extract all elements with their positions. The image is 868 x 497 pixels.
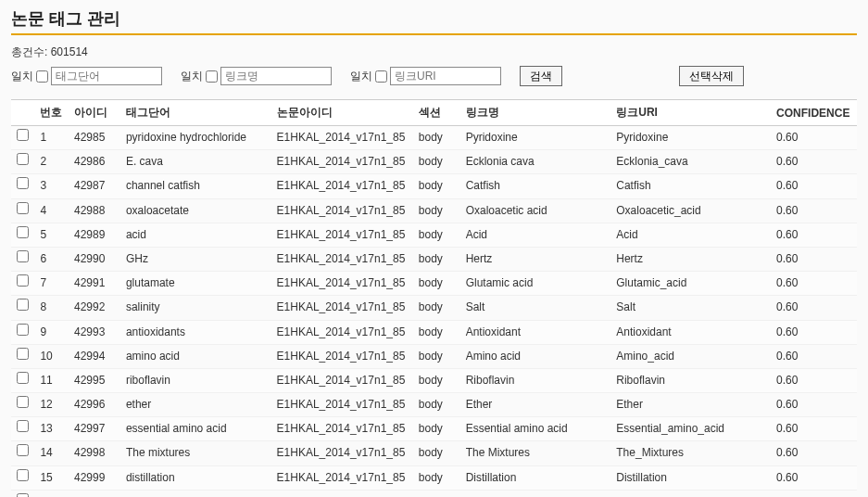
col-header-id: 아이디 [69, 100, 120, 126]
cell-num: 12 [34, 393, 69, 417]
cell-num: 3 [34, 174, 69, 198]
cell-id: 42988 [69, 198, 120, 223]
cell-id: 42993 [69, 320, 120, 344]
cell-paper: E1HKAL_2014_v17n1_85 [271, 247, 413, 271]
row-checkbox[interactable] [17, 129, 29, 141]
row-checkbox[interactable] [17, 153, 29, 165]
filter-link-checkbox[interactable] [206, 70, 218, 83]
cell-conf: 0.60 [771, 272, 857, 296]
cell-conf: 0.60 [771, 247, 857, 271]
cell-tag: channel catfish [120, 174, 271, 198]
cell-num: 1 [34, 126, 69, 150]
row-checkbox[interactable] [17, 493, 29, 497]
cell-num: 10 [34, 344, 69, 368]
cell-id: 42999 [69, 465, 120, 490]
cell-link: Catfish [460, 174, 611, 198]
cell-section: body [413, 272, 460, 296]
row-checkbox[interactable] [17, 299, 29, 311]
cell-section: body [413, 490, 460, 497]
row-checkbox[interactable] [17, 250, 29, 262]
cell-link: Acid [460, 223, 611, 247]
cell-section: body [413, 393, 460, 417]
row-checkbox[interactable] [17, 348, 29, 360]
table-row: 442988oxaloacetateE1HKAL_2014_v17n1_85bo… [11, 198, 857, 223]
cell-conf: 0.60 [771, 198, 857, 223]
cell-conf: 0.60 [771, 344, 857, 368]
row-checkbox[interactable] [17, 469, 29, 481]
cell-id: 42997 [69, 417, 120, 441]
filter-bar: 일치 일치 일치 검색 선택삭제 [11, 66, 857, 86]
cell-link: Salt [460, 296, 611, 320]
table-row: 542989acidE1HKAL_2014_v17n1_85bodyAcidAc… [11, 223, 857, 247]
filter-tag-group: 일치 [11, 67, 162, 85]
cell-conf: 0.60 [771, 368, 857, 392]
table-row: 1643000Protein efficiency ratioE1HKAL_20… [11, 490, 857, 497]
cell-paper: E1HKAL_2014_v17n1_85 [271, 368, 413, 392]
row-checkbox[interactable] [17, 420, 29, 432]
cell-link: Essential amino acid [460, 417, 611, 441]
table-row: 942993antioxidantsE1HKAL_2014_v17n1_85bo… [11, 320, 857, 344]
cell-conf: 0.60 [771, 174, 857, 198]
cell-uri: Distillation [610, 465, 771, 490]
cell-section: body [413, 320, 460, 344]
filter-tag-checkbox[interactable] [36, 70, 48, 83]
cell-id: 42990 [69, 247, 120, 271]
row-checkbox[interactable] [17, 177, 29, 189]
cell-conf: 0.60 [771, 150, 857, 174]
filter-uri-input[interactable] [390, 67, 501, 85]
cell-tag: salinity [120, 296, 271, 320]
col-header-conf: CONFIDENCE [771, 100, 857, 126]
cell-section: body [413, 247, 460, 271]
cell-tag: acid [120, 223, 271, 247]
cell-conf: 0.60 [771, 441, 857, 465]
cell-link: Distillation [460, 465, 611, 490]
filter-link-input[interactable] [220, 67, 332, 85]
cell-paper: E1HKAL_2014_v17n1_85 [271, 465, 413, 490]
cell-tag: pyridoxine hydrochloride [120, 126, 271, 150]
cell-section: body [413, 417, 460, 441]
filter-link-group: 일치 [181, 67, 332, 85]
col-header-tag: 태그단어 [120, 100, 271, 126]
filter-uri-checkbox[interactable] [375, 70, 387, 83]
cell-id: 42986 [69, 150, 120, 174]
cell-num: 13 [34, 417, 69, 441]
title-divider [11, 33, 857, 35]
cell-num: 2 [34, 150, 69, 174]
cell-uri: Essential_amino_acid [610, 417, 771, 441]
cell-link: Hertz [460, 247, 611, 271]
col-header-paper: 논문아이디 [271, 100, 413, 126]
cell-num: 6 [34, 247, 69, 271]
cell-uri: Catfish [610, 174, 771, 198]
row-checkbox[interactable] [17, 372, 29, 384]
filter-uri-group: 일치 [350, 67, 501, 85]
cell-tag: essential amino acid [120, 417, 271, 441]
row-checkbox[interactable] [17, 274, 29, 287]
cell-conf: 0.60 [771, 417, 857, 441]
filter-uri-label: 일치 [350, 69, 372, 84]
table-row: 1142995riboflavinE1HKAL_2014_v17n1_85bod… [11, 368, 857, 392]
cell-tag: glutamate [120, 272, 271, 296]
row-checkbox[interactable] [17, 324, 29, 336]
delete-selected-button[interactable]: 선택삭제 [679, 66, 744, 86]
cell-uri: Ether [610, 393, 771, 417]
cell-paper: E1HKAL_2014_v17n1_85 [271, 441, 413, 465]
cell-num: 9 [34, 320, 69, 344]
row-checkbox[interactable] [17, 202, 29, 214]
cell-uri: Riboflavin [610, 368, 771, 392]
row-checkbox[interactable] [17, 444, 29, 456]
row-checkbox[interactable] [17, 226, 29, 238]
total-label: 총건수: [11, 45, 47, 58]
col-header-num: 번호 [34, 100, 69, 126]
filter-tag-input[interactable] [51, 67, 162, 85]
cell-tag: The mixtures [120, 441, 271, 465]
col-header-uri: 링크URI [610, 100, 771, 126]
table-row: 642990GHzE1HKAL_2014_v17n1_85bodyHertzHe… [11, 247, 857, 271]
row-checkbox[interactable] [17, 396, 29, 408]
cell-num: 4 [34, 198, 69, 223]
cell-section: body [413, 441, 460, 465]
cell-conf: 0.60 [771, 223, 857, 247]
cell-section: body [413, 296, 460, 320]
search-button[interactable]: 검색 [520, 66, 562, 86]
cell-tag: antioxidants [120, 320, 271, 344]
cell-id: 43000 [69, 490, 120, 497]
